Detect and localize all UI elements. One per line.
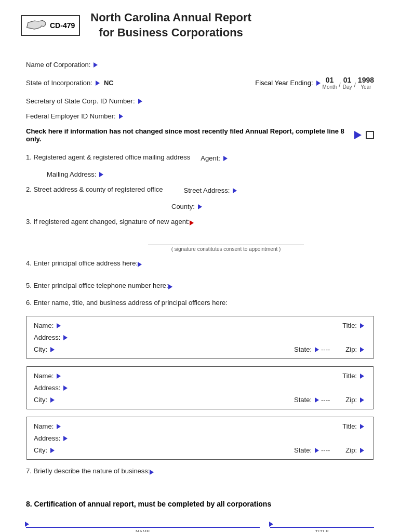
officer3-city-row: City: State: ---- Zip: <box>34 446 366 454</box>
line1-label: 1. Registered agent & registered office … <box>26 153 190 161</box>
line7-label: 7. Briefly describe the nature of busine… <box>26 467 150 475</box>
agent-arrow-icon <box>223 156 228 161</box>
fiscal-day-sub: Day <box>343 84 352 90</box>
line2-section: 2. Street address & county of registered… <box>26 185 374 210</box>
officer1-city-row: City: State: ---- Zip: <box>34 345 366 353</box>
officer2-zip-arrow <box>360 397 364 403</box>
name-of-corporation-row: Name of Corporation: <box>26 61 374 69</box>
state-arrow-icon <box>96 81 100 86</box>
cert-name-caption: NAME <box>26 529 260 532</box>
signature-caption: ( signature constitutes consent to appoi… <box>171 246 281 252</box>
officer2-name-row: Name: Title: <box>34 372 366 380</box>
officer1-name-arrow <box>57 323 61 328</box>
county-label: County: <box>171 203 195 210</box>
line6-section: 6. Enter name, title, and business addre… <box>26 299 374 460</box>
fiscal-year-value: 1998 <box>358 76 374 84</box>
officer3-title-label: Title: <box>342 422 357 430</box>
officer1-address-row: Address: <box>34 334 366 341</box>
street-address-label: Street Address: <box>184 187 230 194</box>
line2-label: 2. Street address & county of registered… <box>26 185 163 193</box>
line3-label: 3. If registered agent changed, signatur… <box>26 218 190 225</box>
section8: 8. Certification of annual report, must … <box>26 500 374 532</box>
logo-area: CD-479 <box>21 15 80 36</box>
line4-arrow-icon <box>138 262 142 267</box>
signature-area: ( signature constitutes consent to appoi… <box>78 235 374 252</box>
officer-box-3: Name: Title: Address: City: State: -- <box>26 417 374 460</box>
federal-employer-id-label: Federal Employer ID Number: <box>26 112 116 120</box>
officer1-title-arrow <box>360 323 364 328</box>
line1-header-row: 1. Registered agent & registered office … <box>26 153 374 163</box>
officer3-name-row: Name: Title: <box>34 422 366 430</box>
line3-header-row: 3. If registered agent changed, signatur… <box>26 218 374 228</box>
officer3-city-label: City: <box>34 446 47 454</box>
street-arrow-icon <box>233 188 237 193</box>
officer3-address-label: Address: <box>34 434 60 442</box>
agent-section: Agent: <box>201 154 230 162</box>
officer2-city-row: City: State: ---- Zip: <box>34 396 366 404</box>
officer1-address-arrow <box>63 335 68 340</box>
officer2-city-label: City: <box>34 396 47 404</box>
street-address-section: Street Address: <box>184 187 239 194</box>
fiscal-date-group: 01 Month / 01 Day / 1998 Year <box>323 76 374 90</box>
officer3-zip-label: Zip: <box>345 446 357 454</box>
officer1-state-label: State: <box>294 345 312 353</box>
county-arrow-icon <box>198 204 202 209</box>
officer2-name-arrow <box>57 374 61 379</box>
fiscal-month-value: 01 <box>326 76 334 84</box>
line4-row: 4. Enter principal office address here: <box>26 259 374 269</box>
officer-box-2: Name: Title: Address: City: State: -- <box>26 366 374 409</box>
name-of-corporation-label: Name of Corporation: <box>26 61 90 69</box>
cert-name-title-row: NAME TITLE <box>26 515 374 532</box>
fiscal-month-item: 01 Month <box>323 76 337 90</box>
fiscal-month-sub: Month <box>323 84 337 90</box>
cert-title-caption: TITLE <box>270 529 374 532</box>
county-subsection: County: <box>171 203 374 210</box>
fiscal-year-sub: Year <box>361 84 371 90</box>
title-area: North Carolina Annual Report for Busines… <box>90 10 251 40</box>
officer1-state-value: ---- <box>321 345 330 353</box>
officer2-title-label: Title: <box>342 372 357 380</box>
line1-section: 1. Registered agent & registered office … <box>26 153 374 178</box>
officer-box-1: Name: Title: Address: City: State: -- <box>26 316 374 359</box>
agent-label: Agent: <box>201 154 220 162</box>
cert-name-field: NAME <box>26 515 260 532</box>
line5-row: 5. Enter principal office telephone numb… <box>26 282 374 291</box>
line2-header-row: 2. Street address & county of registered… <box>26 185 374 195</box>
officer3-address-arrow <box>63 436 68 441</box>
officer1-address-label: Address: <box>34 334 60 341</box>
officer1-name-row: Name: Title: <box>34 322 366 329</box>
fiscal-year-item: 1998 Year <box>358 76 374 90</box>
check-checkbox[interactable] <box>366 131 374 139</box>
officer1-zip-arrow <box>360 347 364 352</box>
officer3-state-value: ---- <box>321 446 330 454</box>
officer3-name-arrow <box>57 424 61 429</box>
line3-section: 3. If registered agent changed, signatur… <box>26 218 374 252</box>
nc-state-icon <box>26 18 47 33</box>
officer2-address-label: Address: <box>34 384 60 392</box>
officer1-name-label: Name: <box>34 322 54 329</box>
section8-title: 8. Certification of annual report, must … <box>26 500 374 508</box>
state-value: NC <box>104 79 114 87</box>
federal-employer-id-row: Federal Employer ID Number: <box>26 112 374 120</box>
officer2-state-value: ---- <box>321 396 330 404</box>
officer2-state-arrow <box>315 397 319 403</box>
officer3-name-label: Name: <box>34 422 54 430</box>
officer3-zip-arrow <box>360 448 364 453</box>
fiscal-day-value: 01 <box>343 76 352 84</box>
signature-line <box>148 235 304 245</box>
line6-label: 6. Enter name, title, and business addre… <box>26 299 228 307</box>
line5-arrow-icon <box>168 284 172 289</box>
line3-arrow-icon <box>190 220 194 225</box>
report-title: North Carolina Annual Report for Busines… <box>90 10 251 40</box>
check-big-arrow-icon <box>354 131 362 139</box>
mailing-address-subsection: Mailing Address: <box>47 170 374 178</box>
officer3-state-arrow <box>315 448 319 453</box>
form-content: Name of Corporation: State of Incorporat… <box>21 61 379 532</box>
officer3-city-arrow <box>50 448 55 453</box>
state-of-incorporation-label: State of Incorporation: <box>26 79 92 87</box>
officer3-title-arrow <box>360 424 364 429</box>
cert-title-arrow-icon <box>269 522 273 527</box>
officer1-title-label: Title: <box>342 322 357 329</box>
check-text: Check here if information has not change… <box>26 127 350 143</box>
officer3-state-label: State: <box>294 446 312 454</box>
